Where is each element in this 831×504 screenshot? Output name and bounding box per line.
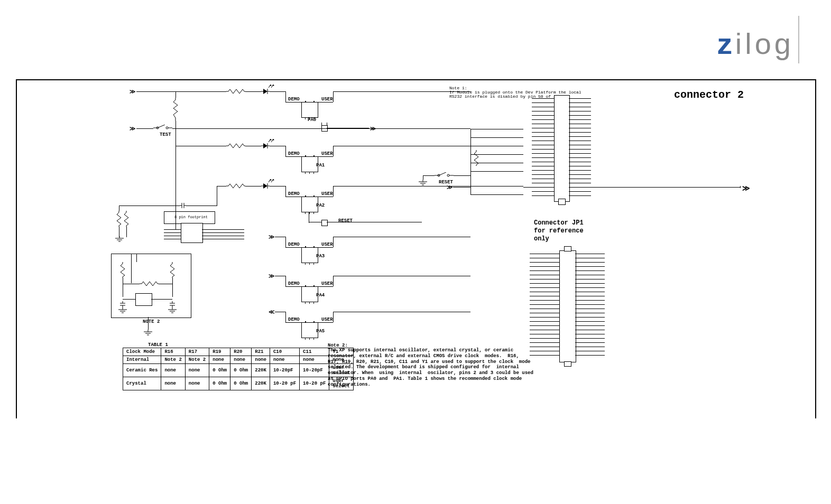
connector-jp1 (530, 248, 614, 365)
pa1-label: PA1 (316, 163, 325, 168)
test-label: TEST (160, 132, 171, 137)
svg-point-54 (447, 174, 449, 176)
jp1-title-c: only (534, 235, 549, 242)
logo-text: ilog (735, 27, 794, 60)
jp1-title-a: Connector JP1 (534, 219, 584, 227)
connector-2-title: connector 2 (674, 89, 744, 101)
connector-2 (539, 95, 592, 206)
port-arrow-icon: ≫ (742, 184, 750, 193)
logo-divider (798, 16, 799, 63)
crystal (135, 293, 152, 306)
port-arrow-icon: ≪ (269, 309, 275, 315)
reset-label: RESET (338, 218, 353, 223)
pa5-label: PA5 (316, 329, 325, 334)
demo-label: DEMO (288, 97, 300, 102)
svg-marker-0 (263, 89, 267, 94)
svg-point-21 (166, 127, 168, 129)
user-label: USER (321, 97, 333, 102)
logo-z: z (717, 27, 735, 60)
svg-line-20 (158, 125, 165, 128)
user-label: USER (321, 242, 333, 247)
port-arrow-icon: ≫ (269, 234, 275, 240)
switch-reset (435, 172, 454, 179)
demo-label: DEMO (288, 281, 300, 286)
jp1-title-b: for reference (534, 227, 584, 235)
pa3-label: PA3 (316, 254, 325, 259)
demo-label: DEMO (288, 242, 300, 247)
pa2-label: PA2 (316, 203, 325, 208)
svg-line-53 (439, 172, 446, 175)
note-2-body: The XP supports internal oscillator, ext… (328, 348, 533, 388)
switch-test (153, 125, 172, 131)
table-1: Clock ModeR16R17R19R20R21C10C11Y1 Intern… (123, 348, 354, 390)
button-reset-a (321, 220, 328, 226)
port-arrow-icon: ≫ (269, 273, 275, 279)
demo-label: DEMO (288, 317, 300, 322)
port-arrow-icon: ≫ (130, 88, 136, 95)
pa0-label: PA0 (308, 117, 316, 123)
user-label: USER (321, 191, 333, 197)
table-1-title: TABLE 1 (148, 342, 168, 348)
svg-marker-12 (263, 183, 267, 189)
port-arrow-icon: ≫ (447, 184, 453, 191)
svg-marker-6 (263, 143, 267, 148)
note2-label: NOTE 2 (143, 319, 160, 324)
user-label: USER (321, 317, 333, 322)
port-arrow-icon: ≫ (130, 125, 136, 132)
user-label: USER (321, 281, 333, 286)
demo-label: DEMO (288, 151, 300, 156)
footprint-label: 8 pin footprint (174, 215, 208, 219)
pa4-label: PA4 (316, 293, 325, 298)
jumper-pa0 (301, 102, 318, 118)
demo-label: DEMO (288, 191, 300, 197)
user-label: USER (321, 151, 333, 156)
ic-block (181, 223, 203, 243)
